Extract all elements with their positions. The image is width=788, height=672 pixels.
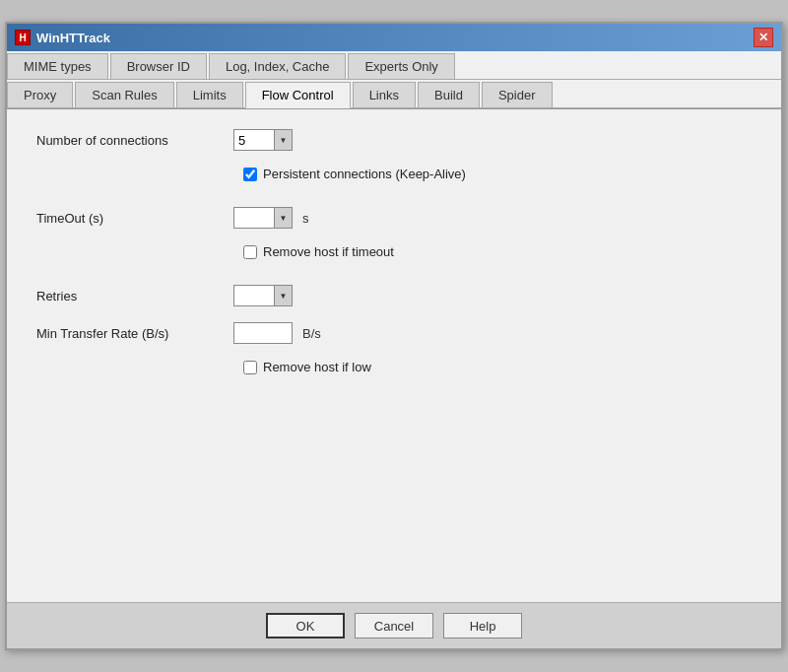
remove-host-timeout-row: Remove host if timeout	[243, 244, 752, 259]
timeout-unit: s	[302, 211, 309, 226]
help-button[interactable]: Help	[443, 613, 522, 638]
timeout-input-group: ▼ s	[233, 207, 309, 229]
cancel-button[interactable]: Cancel	[355, 613, 433, 638]
persistent-row: Persistent connections (Keep-Alive)	[243, 167, 752, 181]
tab-experts-only[interactable]: Experts Only	[348, 53, 454, 79]
tab-scan-rules[interactable]: Scan Rules	[75, 82, 173, 107]
retries-row: Retries ▼	[36, 285, 752, 306]
main-window: H WinHTTrack ✕ MIME types Browser ID Log…	[5, 22, 783, 650]
connections-label: Number of connections	[36, 133, 233, 148]
min-transfer-label: Min Transfer Rate (B/s)	[36, 326, 233, 341]
tab-mime-types[interactable]: MIME types	[7, 53, 108, 79]
timeout-input[interactable]	[234, 208, 274, 228]
tab-browser-id[interactable]: Browser ID	[110, 53, 207, 79]
remove-host-timeout-checkbox[interactable]	[243, 245, 257, 259]
connections-row: Number of connections ▼	[36, 129, 752, 151]
tab-row-2: Proxy Scan Rules Limits Flow Control Lin…	[7, 80, 781, 108]
connections-dropdown-arrow[interactable]: ▼	[274, 130, 292, 150]
remove-host-low-row: Remove host if low	[243, 360, 752, 374]
close-button[interactable]: ✕	[754, 28, 773, 47]
title-bar: H WinHTTrack ✕	[7, 24, 781, 51]
remove-host-timeout-label: Remove host if timeout	[263, 244, 394, 259]
connections-dropdown[interactable]: ▼	[233, 129, 293, 151]
tab-build[interactable]: Build	[418, 82, 480, 107]
persistent-label: Persistent connections (Keep-Alive)	[263, 167, 466, 181]
tab-row-1: MIME types Browser ID Log, Index, Cache …	[7, 51, 781, 80]
retries-input-group: ▼	[233, 285, 293, 306]
content-area: Number of connections ▼ Persistent conne…	[7, 109, 781, 602]
retries-input[interactable]	[234, 286, 274, 305]
retries-label: Retries	[36, 289, 233, 303]
footer: OK Cancel Help	[7, 602, 781, 648]
connections-input[interactable]	[234, 130, 274, 150]
ok-button[interactable]: OK	[266, 613, 345, 638]
min-transfer-input-group: B/s	[233, 322, 321, 344]
timeout-dropdown-arrow[interactable]: ▼	[274, 208, 292, 228]
app-icon: H	[15, 30, 31, 45]
tab-log-index-cache[interactable]: Log, Index, Cache	[209, 53, 347, 79]
connections-input-group: ▼	[233, 129, 293, 151]
tab-proxy[interactable]: Proxy	[7, 82, 73, 107]
tab-links[interactable]: Links	[353, 82, 416, 107]
persistent-checkbox[interactable]	[243, 168, 257, 181]
retries-dropdown-arrow[interactable]: ▼	[274, 286, 292, 305]
timeout-label: TimeOut (s)	[36, 211, 233, 226]
window-title: WinHTTrack	[36, 31, 110, 45]
tab-flow-control[interactable]: Flow Control	[245, 82, 351, 108]
timeout-row: TimeOut (s) ▼ s	[36, 207, 752, 229]
retries-dropdown[interactable]: ▼	[233, 285, 293, 306]
tabs-container: MIME types Browser ID Log, Index, Cache …	[7, 51, 781, 109]
tab-limits[interactable]: Limits	[176, 82, 243, 107]
tab-spider[interactable]: Spider	[482, 82, 553, 107]
title-bar-left: H WinHTTrack	[15, 30, 110, 45]
min-transfer-input[interactable]	[233, 322, 293, 344]
min-transfer-row: Min Transfer Rate (B/s) B/s	[36, 322, 752, 344]
timeout-dropdown[interactable]: ▼	[233, 207, 293, 229]
remove-host-low-label: Remove host if low	[263, 360, 371, 374]
remove-host-low-checkbox[interactable]	[243, 361, 257, 374]
min-transfer-unit: B/s	[302, 326, 321, 341]
